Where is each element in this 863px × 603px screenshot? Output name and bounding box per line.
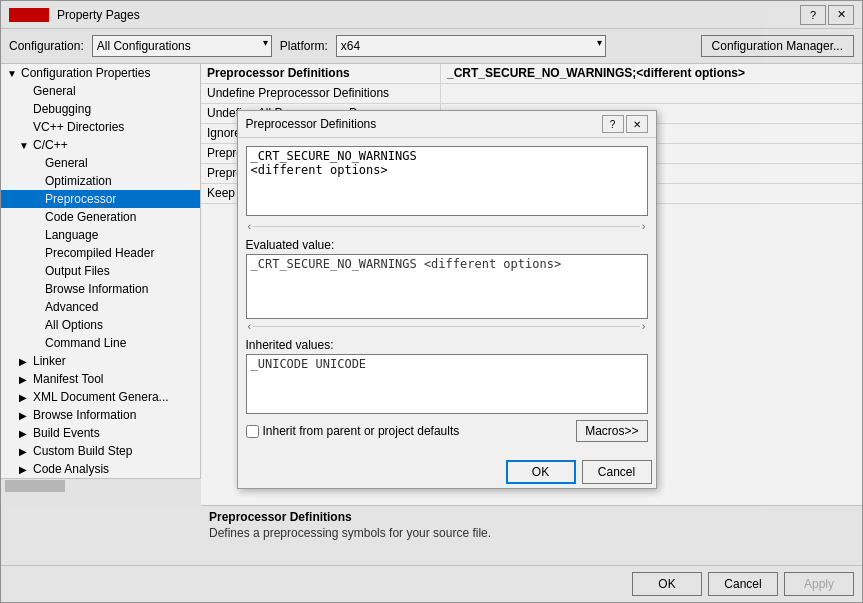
desc-panel: Preprocessor Definitions Defines a prepr… <box>201 505 862 565</box>
table-row[interactable]: Undefine Preprocessor Definitions <box>201 84 862 104</box>
prop-value <box>441 84 862 103</box>
tree-item-label: All Options <box>45 318 103 332</box>
desc-title: Preprocessor Definitions <box>209 510 854 524</box>
tree-item-label: Code Analysis <box>33 462 109 476</box>
app-icon <box>9 8 49 22</box>
title-controls: ? ✕ <box>800 5 854 25</box>
platform-select-wrapper: x64 <box>336 35 606 57</box>
tree-item-label: Browse Information <box>45 282 148 296</box>
config-select[interactable]: All Configurations <box>92 35 272 57</box>
macros-button[interactable]: Macros>> <box>576 420 647 442</box>
evaluated-label: Evaluated value: <box>246 238 648 252</box>
tree-item-cpp-general[interactable]: General <box>1 154 200 172</box>
tree-item-label: Output Files <box>45 264 110 278</box>
tree-item-label: Debugging <box>33 102 91 116</box>
expand-icon[interactable]: ▼ <box>19 140 31 151</box>
modal-close-button[interactable]: ✕ <box>626 115 648 133</box>
tree-item-label: Advanced <box>45 300 98 314</box>
inherit-checkbox[interactable] <box>246 425 259 438</box>
modal-edit-textarea[interactable] <box>246 146 648 216</box>
tree-item-label: Optimization <box>45 174 112 188</box>
modal-cancel-button[interactable]: Cancel <box>582 460 652 484</box>
tree-item-label: Custom Build Step <box>33 444 132 458</box>
tree-item-manifest-tool[interactable]: ▶Manifest Tool <box>1 370 200 388</box>
tree-item-build-events[interactable]: ▶Build Events <box>1 424 200 442</box>
tree-item-code-analysis[interactable]: ▶Code Analysis <box>1 460 200 478</box>
props-header-value: _CRT_SECURE_NO_WARNINGS;<different optio… <box>441 64 751 83</box>
cancel-button[interactable]: Cancel <box>708 572 778 596</box>
config-manager-button[interactable]: Configuration Manager... <box>701 35 854 57</box>
platform-label: Platform: <box>280 39 328 53</box>
tree-item-label: Manifest Tool <box>33 372 103 386</box>
tree-item-label: Browse Information <box>33 408 136 422</box>
tree-item-all-options[interactable]: All Options <box>1 316 200 334</box>
tree-item-label: Precompiled Header <box>45 246 154 260</box>
expand-icon[interactable]: ▶ <box>19 356 31 367</box>
tree-item-label: XML Document Genera... <box>33 390 169 404</box>
title-bar: Property Pages ? ✕ <box>1 1 862 29</box>
evaluated-value-box: _CRT_SECURE_NO_WARNINGS <different optio… <box>246 254 648 319</box>
props-header-name: Preprocessor Definitions <box>201 64 441 83</box>
tree-item-label: General <box>45 156 88 170</box>
modal-help-button[interactable]: ? <box>602 115 624 133</box>
tree-item-preprocessor[interactable]: Preprocessor <box>1 190 200 208</box>
modal-title-bar: Preprocessor Definitions ? ✕ <box>238 111 656 138</box>
tree-item-config-props[interactable]: ▼Configuration Properties <box>1 64 200 82</box>
tree-item-optimization[interactable]: Optimization <box>1 172 200 190</box>
bottom-buttons: OK Cancel Apply <box>1 565 862 602</box>
tree-item-xml-doc-gen[interactable]: ▶XML Document Genera... <box>1 388 200 406</box>
expand-icon[interactable]: ▶ <box>19 464 31 475</box>
tree-item-label: Preprocessor <box>45 192 116 206</box>
tree-item-debugging[interactable]: Debugging <box>1 100 200 118</box>
help-button[interactable]: ? <box>800 5 826 25</box>
tree-item-precomp-hdr[interactable]: Precompiled Header <box>1 244 200 262</box>
preprocessor-dialog: Preprocessor Definitions ? ✕ ‹ › Evaluat… <box>237 110 657 489</box>
tree-item-label: C/C++ <box>33 138 68 152</box>
close-button[interactable]: ✕ <box>828 5 854 25</box>
modal-title: Preprocessor Definitions <box>246 117 377 131</box>
inherited-value-box: _UNICODE UNICODE <box>246 354 648 414</box>
tree-item-browse-info[interactable]: Browse Information <box>1 280 200 298</box>
ok-button[interactable]: OK <box>632 572 702 596</box>
apply-button[interactable]: Apply <box>784 572 854 596</box>
tree-item-custom-build[interactable]: ▶Custom Build Step <box>1 442 200 460</box>
tree-item-linker[interactable]: ▶Linker <box>1 352 200 370</box>
horizontal-scrollbar[interactable] <box>1 478 201 492</box>
tree-item-label: Build Events <box>33 426 100 440</box>
expand-icon[interactable]: ▶ <box>19 428 31 439</box>
inherit-checkbox-label[interactable]: Inherit from parent or project defaults <box>246 424 460 438</box>
expand-icon[interactable]: ▶ <box>19 392 31 403</box>
inherited-label: Inherited values: <box>246 338 648 352</box>
prop-name: Undefine Preprocessor Definitions <box>201 84 441 103</box>
expand-icon[interactable]: ▶ <box>19 374 31 385</box>
tree-item-advanced[interactable]: Advanced <box>1 298 200 316</box>
tree-item-vc-dirs[interactable]: VC++ Directories <box>1 118 200 136</box>
tree-item-label: Command Line <box>45 336 126 350</box>
modal-ok-cancel: OK Cancel <box>238 460 656 488</box>
config-row: Configuration: All Configurations Platfo… <box>1 29 862 64</box>
tree-item-cpp[interactable]: ▼C/C++ <box>1 136 200 154</box>
tree-item-label: Code Generation <box>45 210 136 224</box>
window-title: Property Pages <box>57 8 800 22</box>
tree-item-label: Language <box>45 228 98 242</box>
config-select-wrapper: All Configurations <box>92 35 272 57</box>
desc-text: Defines a preprocessing symbols for your… <box>209 526 854 540</box>
modal-title-controls: ? ✕ <box>602 115 648 133</box>
tree-item-general[interactable]: General <box>1 82 200 100</box>
tree-item-label: Configuration Properties <box>21 66 150 80</box>
tree-item-output-files[interactable]: Output Files <box>1 262 200 280</box>
props-header-row: Preprocessor Definitions _CRT_SECURE_NO_… <box>201 64 862 84</box>
tree-item-browse-info2[interactable]: ▶Browse Information <box>1 406 200 424</box>
modal-check-row: Inherit from parent or project defaults … <box>246 420 648 442</box>
tree-item-label: VC++ Directories <box>33 120 124 134</box>
modal-ok-button[interactable]: OK <box>506 460 576 484</box>
tree-item-command-line[interactable]: Command Line <box>1 334 200 352</box>
platform-select[interactable]: x64 <box>336 35 606 57</box>
modal-body: ‹ › Evaluated value: _CRT_SECURE_NO_WARN… <box>238 138 656 450</box>
expand-icon[interactable]: ▶ <box>19 410 31 421</box>
expand-icon[interactable]: ▼ <box>7 68 19 79</box>
tree-item-label: General <box>33 84 76 98</box>
expand-icon[interactable]: ▶ <box>19 446 31 457</box>
tree-item-code-gen[interactable]: Code Generation <box>1 208 200 226</box>
tree-item-language[interactable]: Language <box>1 226 200 244</box>
